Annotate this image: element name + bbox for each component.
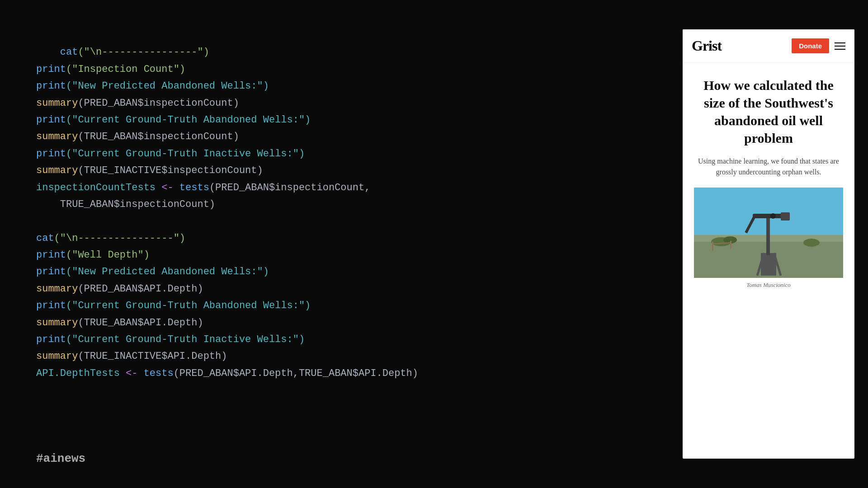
article-subtitle: Using machine learning, we found that st…	[694, 156, 843, 178]
menu-line-3	[835, 49, 845, 50]
code-func: print	[36, 266, 66, 277]
code-str: ("Current Ground-Truth Abandoned Wells:"…	[66, 300, 311, 311]
code-str: ("New Predicted Abandoned Wells:")	[66, 80, 269, 92]
code-panel: cat("\n----------------") print("Inspect…	[0, 0, 683, 488]
code-func: print	[36, 114, 66, 126]
code-arrow: <-	[156, 182, 179, 193]
grist-panel: Grist Donate How we calculated the size …	[683, 29, 854, 459]
code-arrow: <-	[120, 368, 144, 379]
code-func: print	[36, 300, 66, 311]
code-func: tests	[179, 182, 209, 193]
code-plain: (PRED_ABAN$inspectionCount)	[78, 98, 239, 109]
code-func: summary	[36, 165, 78, 176]
code-plain: TRUE_ABAN$inspectionCount)	[36, 199, 215, 210]
code-var: inspectionCountTests	[36, 182, 156, 193]
svg-point-6	[770, 213, 776, 219]
svg-rect-14	[712, 242, 713, 251]
code-func: print	[36, 334, 66, 345]
svg-point-13	[803, 239, 820, 247]
hamburger-menu-icon[interactable]	[835, 42, 845, 50]
oil-well-illustration	[694, 188, 843, 278]
code-str: ("Well Depth")	[66, 249, 150, 261]
menu-line-2	[835, 46, 845, 47]
code-str: ("\n----------------")	[78, 47, 209, 58]
code-func: print	[36, 80, 66, 92]
donate-button[interactable]: Donate	[792, 38, 829, 53]
article-image-container: Tomas Muscionico	[694, 188, 843, 289]
code-str: ("Current Ground-Truth Abandoned Wells:"…	[66, 114, 311, 126]
code-plain: (PRED_ABAN$API.Depth)	[78, 283, 203, 295]
grist-header-right: Donate	[792, 38, 845, 53]
code-var: API.DepthTests	[36, 368, 120, 379]
hashtag-label: #ainews	[36, 452, 85, 465]
code-func: summary	[36, 351, 78, 362]
code-func: summary	[36, 317, 78, 328]
code-func: print	[36, 64, 66, 75]
code-plain: (TRUE_INACTIVE$inspectionCount)	[78, 165, 263, 176]
image-caption: Tomas Muscionico	[694, 282, 843, 289]
code-str: ("New Predicted Abandoned Wells:")	[66, 266, 269, 277]
code-str: ("Current Ground-Truth Inactive Wells:")	[66, 148, 305, 160]
code-func: summary	[36, 283, 78, 295]
code-str: ("Inspection Count")	[66, 64, 185, 75]
svg-rect-4	[766, 215, 770, 255]
code-plain: (PRED_ABAN$API.Depth,TRUE_ABAN$API.Depth…	[174, 368, 418, 379]
code-func: print	[36, 148, 66, 160]
svg-rect-15	[730, 241, 731, 249]
code-func: summary	[36, 98, 78, 109]
code-plain: (TRUE_ABAN$API.Depth)	[78, 317, 203, 328]
code-block: cat("\n----------------") print("Inspect…	[36, 27, 660, 399]
code-str: ("Current Ground-Truth Inactive Wells:")	[66, 334, 305, 345]
code-plain: (PRED_ABAN$inspectionCount,	[209, 182, 370, 193]
code-plain: (TRUE_ABAN$inspectionCount)	[78, 131, 239, 142]
code-func: cat	[60, 47, 78, 58]
grist-logo: Grist	[692, 38, 722, 54]
grist-article-content: How we calculated the size of the Southw…	[683, 63, 854, 459]
grist-header: Grist Donate	[683, 29, 854, 63]
code-func: cat	[36, 233, 54, 244]
code-str: ("\n----------------")	[54, 233, 185, 244]
code-func: summary	[36, 131, 78, 142]
code-func: tests	[144, 368, 174, 379]
article-title: How we calculated the size of the Southw…	[694, 76, 843, 147]
article-image	[694, 188, 843, 278]
menu-line-1	[835, 42, 845, 43]
svg-rect-8	[781, 212, 790, 221]
code-plain: (TRUE_INACTIVE$API.Depth)	[78, 351, 227, 362]
code-func: print	[36, 249, 66, 261]
